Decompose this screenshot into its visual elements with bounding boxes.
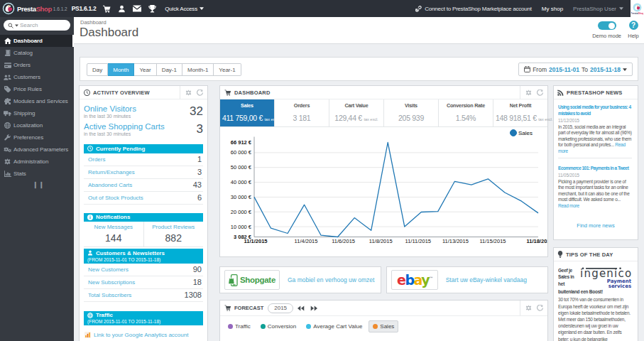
stat-row-link[interactable]: Abandoned Carts <box>88 182 132 188</box>
user-avatar[interactable]: PrestaShop <box>631 0 644 17</box>
gear-icon[interactable] <box>525 305 532 311</box>
sidebar-search[interactable] <box>4 20 70 31</box>
news-list: Using social media for your business: 4 … <box>554 99 632 209</box>
sidebar-item-customers[interactable]: Customers <box>0 71 74 83</box>
svg-text:11/11/2015: 11/11/2015 <box>405 238 431 244</box>
legend-dot <box>261 324 266 329</box>
calendar-icon <box>524 66 530 72</box>
stat-row-value: 6 <box>197 193 202 202</box>
kpi-tab-cart-value[interactable]: Cart Value129,44 € tax excl. <box>329 99 383 126</box>
read-more-link[interactable]: Read more <box>558 202 579 209</box>
cart-icon[interactable] <box>103 5 111 13</box>
stat-row-link[interactable]: New Customers <box>88 266 129 273</box>
ebay-logo: ebay™ <box>391 270 438 290</box>
book-icon <box>3 50 12 56</box>
active-carts-link[interactable]: Active Shopping Carts <box>84 122 165 131</box>
ebay-ad-link[interactable]: Start uw eBay-winkel vandaag <box>446 276 527 283</box>
sales-chart[interactable]: 66 912 €10 000 €20 000 €30 000 €40 000 €… <box>220 127 547 256</box>
news-item-title[interactable]: Ecommerce 101: Payments in a Tweet <box>558 165 632 171</box>
badges-trophy-icon[interactable] <box>148 5 156 13</box>
refresh-icon[interactable] <box>537 90 543 96</box>
sidebar-menu: DashboardCatalogOrdersCustomersPrice Rul… <box>0 35 74 180</box>
stat-row-link[interactable]: New Subscriptions <box>88 279 135 286</box>
sidebar-item-label: Customers <box>13 74 40 80</box>
sidebar-item-localization[interactable]: Localization <box>0 119 74 131</box>
kpi-tab-visits[interactable]: Visits205 939 <box>383 99 438 126</box>
find-more-news-link[interactable]: Find more news <box>554 209 638 239</box>
kpi-tab-net-profit[interactable]: Net Profit148 918,51 € tax excl. <box>493 99 547 126</box>
rss-icon <box>557 90 564 96</box>
gear-icon[interactable] <box>185 90 192 96</box>
google-analytics-link[interactable]: Link to your Google Analytics account <box>84 325 203 341</box>
period-button-day[interactable]: Day <box>87 63 108 76</box>
stat-row-link[interactable]: Return/Exchanges <box>88 169 135 175</box>
sidebar-item-shipping[interactable]: Shipping <box>0 107 74 119</box>
legend-item-sales[interactable]: Sales <box>369 320 398 332</box>
sidebar-item-administration[interactable]: Administration <box>0 156 74 168</box>
sidebar-item-orders[interactable]: Orders <box>0 59 74 71</box>
collapse-menu-icon[interactable]: ❙❙ <box>33 181 45 188</box>
credit-card-icon <box>3 63 12 68</box>
my-shop-link[interactable]: My shop <box>542 6 563 12</box>
sidebar-item-dashboard[interactable]: Dashboard <box>0 35 74 47</box>
employee-icon[interactable] <box>118 5 126 13</box>
svg-text:11/4/2015: 11/4/2015 <box>295 238 318 244</box>
next-year-icon[interactable] <box>310 305 317 311</box>
brand-version: 1.6.1.2 <box>53 6 67 11</box>
kpi-tab-orders[interactable]: Orders3 181 <box>274 99 329 126</box>
refresh-icon[interactable] <box>197 90 203 96</box>
messages-icon[interactable] <box>133 5 141 12</box>
shop-name[interactable]: PS1.6.1.2 <box>72 5 97 12</box>
sidebar-item-advanced-parameters[interactable]: Advanced Parameters <box>0 144 74 156</box>
refresh-icon[interactable] <box>537 305 543 311</box>
sidebar-item-preferences[interactable]: Preferences <box>0 131 74 144</box>
user-menu[interactable]: PrestaShop User <box>573 6 623 12</box>
breadcrumb[interactable]: Dashboard <box>80 19 107 26</box>
stat-row-link[interactable]: Total Subscribers <box>88 292 131 298</box>
previous-year-icon[interactable] <box>298 305 305 311</box>
caret-down-icon <box>200 7 204 10</box>
kpi-tab-conversion-rate[interactable]: Conversion Rate1.54% <box>438 99 493 126</box>
gear-icon[interactable] <box>525 90 532 96</box>
clock-icon <box>87 146 93 151</box>
legend-item-conversion[interactable]: Conversion <box>257 321 300 332</box>
sidebar-item-stats[interactable]: Stats <box>0 168 74 180</box>
demo-mode-toggle[interactable] <box>598 21 616 30</box>
quick-access-menu[interactable]: Quick Access <box>165 6 204 12</box>
notification-link[interactable]: New Messages <box>84 224 143 230</box>
shopgate-ad-card[interactable]: Shopgate Ga mobiel en verhoog uw omzet <box>219 266 381 293</box>
period-button-year-1[interactable]: Year-1 <box>214 63 241 76</box>
date-range-button[interactable]: From 2015-11-01 To 2015-11-18 <box>518 63 633 76</box>
ebay-ad-card[interactable]: ebay™ Start uw eBay-winkel vandaag <box>386 266 548 293</box>
news-item-title[interactable]: Using social media for your business: 4 … <box>558 104 632 117</box>
news-item-date: 11/05/2015 <box>558 173 632 178</box>
period-button-month[interactable]: Month <box>108 63 134 76</box>
shopgate-ad-link[interactable]: Ga mobiel en verhoog uw omzet <box>288 276 374 283</box>
lightbulb-icon <box>557 251 563 258</box>
stat-row-link[interactable]: Orders <box>88 156 105 163</box>
search-input[interactable] <box>20 22 61 28</box>
period-button-year[interactable]: Year <box>134 63 156 76</box>
online-visitors-link[interactable]: Online Visitors <box>84 104 136 113</box>
kpi-value: 148 918,51 € tax excl. <box>496 114 545 122</box>
kpi-tab-sales[interactable]: Sales411 759,00 € tax excl. <box>220 99 274 126</box>
sidebar-item-modules-and-services[interactable]: Modules and Services <box>0 95 74 107</box>
shopgate-logo: Shopgate <box>224 270 280 290</box>
sidebar-item-price-rules[interactable]: Price Rules <box>0 83 74 95</box>
help-icon[interactable]: ? <box>629 21 638 30</box>
date-from: 2015-11-01 <box>549 66 579 73</box>
legend-item-traffic[interactable]: Traffic <box>224 321 254 332</box>
prestashop-logo-icon[interactable] <box>2 2 15 15</box>
customers-range-subtitle: (FROM 2015-11-01 TO 2015-11-18) <box>87 257 200 262</box>
forecast-legend: TrafficConversionAverage Cart ValueSales <box>220 316 547 337</box>
stat-row: Return/Exchanges3 <box>84 166 203 179</box>
legend-item-average-cart-value[interactable]: Average Cart Value <box>302 321 366 332</box>
period-button-month-1[interactable]: Month-1 <box>182 63 214 76</box>
wrench-icon <box>3 134 12 141</box>
marketplace-link[interactable]: Connect to PrestaShop Marketplace accoun… <box>415 6 532 12</box>
sidebar-item-catalog[interactable]: Catalog <box>0 47 74 59</box>
notification-link[interactable]: Product Reviews <box>144 224 204 230</box>
period-button-day-1[interactable]: Day-1 <box>157 63 182 76</box>
brand-wordmark[interactable]: PrestaShop <box>17 5 52 13</box>
stat-row-link[interactable]: Out of Stock Products <box>88 195 143 201</box>
